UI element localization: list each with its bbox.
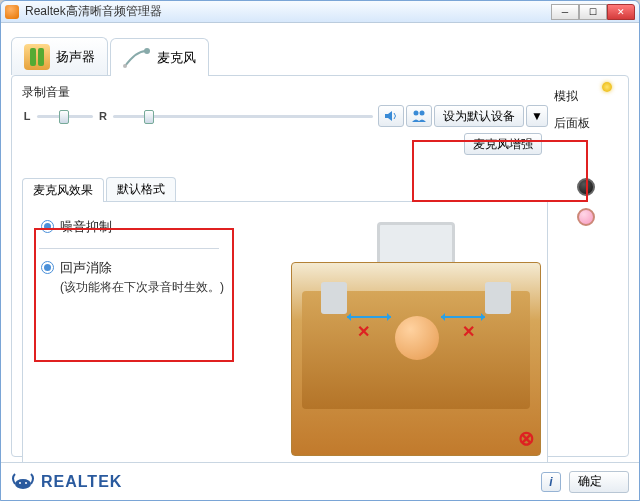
recording-volume-label: 录制音量 — [22, 84, 548, 101]
analog-subtitle: 后面板 — [554, 115, 618, 132]
tab-speakers-label: 扬声器 — [56, 48, 95, 66]
window-controls: ─ ☐ ✕ — [551, 4, 635, 20]
svg-point-2 — [414, 111, 419, 116]
tab-default-format[interactable]: 默认格式 — [106, 177, 176, 201]
tab-body: 噪音抑制 回声消除 (该功能将在下次录音时生效。) — [22, 202, 548, 468]
svg-point-0 — [144, 48, 150, 54]
set-default-device-label: 设为默认设备 — [443, 108, 515, 125]
balance-left-label: L — [22, 110, 32, 122]
ok-button-label: 确定 — [578, 473, 602, 490]
scene-speaker-right-icon — [485, 282, 511, 314]
mic-boost-button[interactable]: 麦克风增强 — [464, 133, 542, 155]
playback-monitor-button[interactable] — [406, 105, 432, 127]
scene-head-icon — [395, 316, 439, 360]
scene-speaker-left-icon — [321, 282, 347, 314]
svg-point-6 — [25, 482, 27, 484]
echo-cancellation-radio[interactable] — [41, 261, 54, 274]
analog-panel: 模拟 后面板 — [554, 84, 618, 444]
tab-default-format-label: 默认格式 — [117, 182, 165, 196]
main-panel: 录制音量 L R — [11, 75, 629, 457]
scene-x-right-icon: ✕ — [462, 322, 475, 341]
set-default-device-dropdown[interactable]: ▼ — [526, 105, 548, 127]
realtek-logo-icon — [11, 472, 35, 492]
scene-arrow-right-icon — [441, 316, 485, 318]
microphone-icon — [123, 48, 151, 68]
tab-microphone-label: 麦克风 — [157, 49, 196, 67]
balance-slider[interactable] — [37, 108, 93, 124]
tab-microphone[interactable]: 麦克风 — [110, 38, 209, 76]
brand-text: REALTEK — [41, 473, 122, 491]
echo-cancellation-label: 回声消除 — [60, 259, 224, 277]
noise-suppression-radio[interactable] — [41, 220, 54, 233]
left-column: 录制音量 L R — [22, 84, 548, 444]
jack-pink[interactable] — [577, 208, 595, 226]
echo-cancellation-note: (该功能将在下次录音时生效。) — [60, 279, 224, 296]
svg-point-4 — [15, 479, 31, 489]
set-default-device-button[interactable]: 设为默认设备 — [434, 105, 524, 127]
minimize-button[interactable]: ─ — [551, 4, 579, 20]
tab-speakers[interactable]: 扬声器 — [11, 37, 108, 75]
tab-mic-effects-label: 麦克风效果 — [33, 183, 93, 197]
close-button[interactable]: ✕ — [607, 4, 635, 20]
maximize-button[interactable]: ☐ — [579, 4, 607, 20]
window-title: Realtek高清晰音频管理器 — [25, 3, 551, 20]
app-icon — [5, 5, 19, 19]
default-device-group: 设为默认设备 ▼ — [434, 105, 548, 127]
tab-mic-effects[interactable]: 麦克风效果 — [22, 178, 104, 202]
mic-boost-label: 麦克风增强 — [473, 136, 533, 153]
app-window: Realtek高清晰音频管理器 ─ ☐ ✕ 扬声器 麦克风 录制音量 — [0, 0, 640, 501]
balance-right-label: R — [98, 110, 108, 122]
scene-arrow-left-icon — [347, 316, 391, 318]
echo-cancellation-text: 回声消除 (该功能将在下次录音时生效。) — [60, 259, 224, 296]
footer: REALTEK i 确定 — [1, 462, 639, 500]
scene-illustration: ✕ ✕ ⊗ — [291, 210, 541, 456]
speaker-icon — [383, 108, 399, 124]
noise-suppression-label: 噪音抑制 — [60, 218, 112, 236]
mute-button[interactable] — [378, 105, 404, 127]
speakers-icon — [24, 44, 50, 70]
scene-x-left-icon: ✕ — [357, 322, 370, 341]
titlebar[interactable]: Realtek高清晰音频管理器 ─ ☐ ✕ — [1, 1, 639, 23]
device-tabs: 扬声器 麦克风 — [11, 23, 629, 75]
svg-point-5 — [19, 482, 21, 484]
svg-point-1 — [123, 64, 127, 68]
volume-slider[interactable] — [113, 108, 373, 124]
jack-black[interactable] — [577, 178, 595, 196]
connector-settings-icon[interactable] — [602, 82, 612, 92]
info-button[interactable]: i — [541, 472, 561, 492]
ok-button[interactable]: 确定 — [569, 471, 629, 493]
inner-tabs: 麦克风效果 默认格式 — [22, 177, 548, 202]
brand: REALTEK — [11, 472, 122, 492]
divider — [39, 248, 219, 249]
volume-row: L R 设为默认设备 ▼ — [22, 105, 548, 127]
scene-x-corner-icon: ⊗ — [518, 426, 535, 450]
svg-point-3 — [420, 111, 425, 116]
people-icon — [411, 108, 427, 124]
client-area: 扬声器 麦克风 录制音量 L R — [1, 23, 639, 500]
